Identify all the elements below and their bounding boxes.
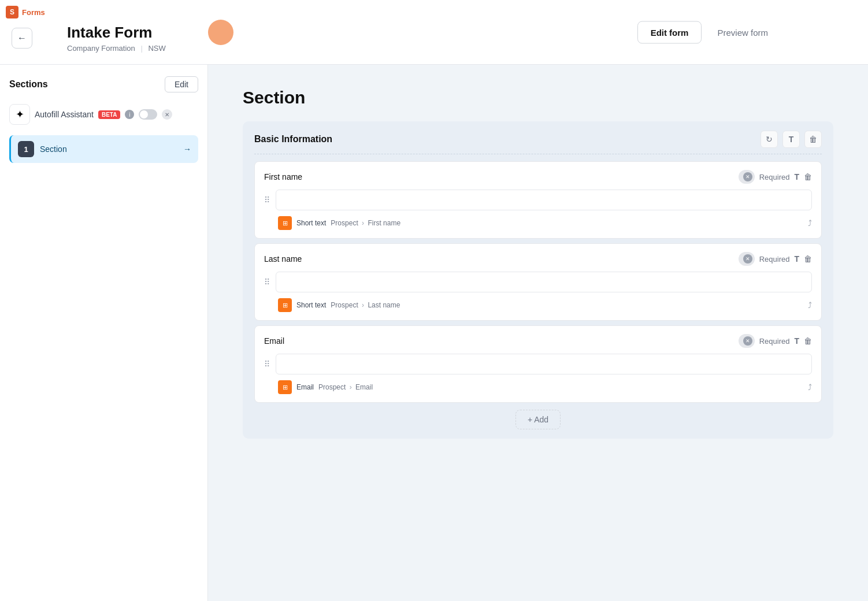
drag-handle-email[interactable]: ⠿ bbox=[264, 359, 270, 369]
autofill-icon: ✦ bbox=[9, 104, 30, 125]
meta-path-last-name: Prospect › Last name bbox=[331, 301, 400, 309]
meta-path-first-name: Prospect › First name bbox=[331, 219, 400, 227]
meta-icon-email: ⊞ bbox=[278, 380, 292, 394]
preview-form-button[interactable]: Preview form bbox=[704, 21, 781, 43]
meta-source-email: Prospect bbox=[318, 383, 346, 391]
subsection-basic-info: Basic Information ↻ T 🗑 First name ✕ Req… bbox=[243, 121, 833, 439]
toggle-x-last-name[interactable]: ✕ bbox=[743, 254, 752, 264]
subtitle-company: Company Formation bbox=[67, 44, 135, 53]
subsection-delete-icon[interactable]: 🗑 bbox=[804, 131, 822, 148]
sidebar-header: Sections Edit bbox=[9, 76, 198, 92]
path-chevron-first-name: › bbox=[362, 219, 366, 227]
drag-handle-first-name[interactable]: ⠿ bbox=[264, 195, 270, 205]
field-card-email: Email ✕ Required T 🗑 ⠿ ⊞ bbox=[254, 325, 822, 403]
field-meta-last-name: ⊞ Short text Prospect › Last name ⤴ bbox=[264, 298, 812, 312]
field-top-last-name: Last name ✕ Required T 🗑 bbox=[264, 252, 812, 266]
meta-type-first-name: Short text bbox=[296, 219, 326, 227]
required-toggle-first-name[interactable]: ✕ bbox=[739, 170, 755, 184]
separator: | bbox=[140, 44, 142, 53]
field-controls-first-name: ✕ Required T 🗑 bbox=[739, 170, 812, 184]
avatar bbox=[208, 20, 233, 45]
edit-form-button[interactable]: Edit form bbox=[637, 21, 702, 43]
field-input-row-email: ⠿ bbox=[264, 354, 812, 374]
meta-type-last-name: Short text bbox=[296, 301, 326, 309]
field-controls-last-name: ✕ Required T 🗑 bbox=[739, 252, 812, 266]
sections-label: Sections bbox=[9, 79, 48, 90]
autofill-label: Autofill Assistant bbox=[35, 110, 94, 119]
top-right-buttons: Edit form Preview form bbox=[637, 21, 781, 43]
required-label-email: Required bbox=[759, 337, 790, 346]
required-toggle-last-name[interactable]: ✕ bbox=[739, 252, 755, 266]
autofill-row: ✦ Autofill Assistant BETA i ✕ bbox=[9, 103, 198, 126]
beta-badge: BETA bbox=[98, 110, 120, 119]
text-format-icon-last-name[interactable]: T bbox=[794, 254, 799, 264]
field-input-row-first-name: ⠿ bbox=[264, 190, 812, 210]
autofill-close[interactable]: ✕ bbox=[162, 109, 172, 120]
meta-icon-last-name: ⊞ bbox=[278, 298, 292, 312]
subsection-header: Basic Information ↻ T 🗑 bbox=[254, 131, 822, 154]
drag-handle-last-name[interactable]: ⠿ bbox=[264, 277, 270, 287]
field-label-last-name: Last name bbox=[264, 254, 302, 264]
section-name-label: Section bbox=[40, 144, 177, 154]
field-card-first-name: First name ✕ Required T 🗑 ⠿ ⊞ bbox=[254, 161, 822, 239]
path-chevron-last-name: › bbox=[362, 301, 366, 309]
page-title: Section bbox=[243, 88, 833, 107]
required-toggle-email[interactable]: ✕ bbox=[739, 334, 755, 348]
main-layout: Sections Edit ✦ Autofill Assistant BETA … bbox=[0, 65, 868, 601]
sidebar-edit-button[interactable]: Edit bbox=[165, 76, 198, 92]
delete-icon-last-name[interactable]: 🗑 bbox=[804, 254, 812, 264]
sidebar-item-section[interactable]: 1 Section → bbox=[9, 135, 198, 163]
info-icon[interactable]: i bbox=[125, 110, 134, 119]
app-logo: S Forms bbox=[6, 6, 45, 18]
autofill-toggle[interactable] bbox=[139, 109, 157, 120]
link-icon-last-name[interactable]: ⤴ bbox=[808, 300, 812, 310]
meta-source-first-name: Prospect bbox=[331, 219, 358, 227]
field-label-first-name: First name bbox=[264, 172, 302, 181]
subsection-actions: ↻ T 🗑 bbox=[761, 131, 822, 148]
field-controls-email: ✕ Required T 🗑 bbox=[739, 334, 812, 348]
required-label-last-name: Required bbox=[759, 255, 790, 264]
meta-type-email: Email bbox=[296, 383, 314, 391]
delete-icon-first-name[interactable]: 🗑 bbox=[804, 172, 812, 181]
form-subtitle: Company Formation | NSW bbox=[67, 44, 166, 53]
toggle-x-first-name[interactable]: ✕ bbox=[743, 172, 752, 181]
add-button-row: + Add bbox=[254, 410, 822, 429]
logo-icon: S bbox=[6, 6, 18, 18]
text-format-icon-email[interactable]: T bbox=[794, 336, 799, 346]
back-button[interactable]: ← bbox=[12, 28, 32, 49]
field-meta-first-name: ⊞ Short text Prospect › First name ⤴ bbox=[264, 216, 812, 230]
path-chevron-email: › bbox=[350, 383, 354, 391]
section-arrow-icon: → bbox=[183, 144, 191, 154]
top-bar: S Forms ← Intake Form Company Formation … bbox=[0, 0, 868, 65]
link-icon-email[interactable]: ⤴ bbox=[808, 383, 812, 392]
subtitle-region: NSW bbox=[148, 44, 165, 53]
meta-field-first-name: First name bbox=[368, 219, 400, 227]
email-input[interactable] bbox=[276, 354, 812, 374]
sidebar: Sections Edit ✦ Autofill Assistant BETA … bbox=[0, 65, 208, 601]
subsection-title: Basic Information bbox=[254, 134, 332, 144]
toggle-x-email[interactable]: ✕ bbox=[743, 336, 752, 346]
meta-field-email: Email bbox=[355, 383, 373, 391]
title-group: Intake Form Company Formation | NSW bbox=[67, 24, 166, 53]
field-label-email: Email bbox=[264, 336, 284, 346]
subsection-refresh-icon[interactable]: ↻ bbox=[761, 131, 778, 148]
text-format-icon-first-name[interactable]: T bbox=[794, 172, 799, 181]
link-icon-first-name[interactable]: ⤴ bbox=[808, 218, 812, 228]
subsection-text-icon[interactable]: T bbox=[782, 131, 800, 148]
meta-source-last-name: Prospect bbox=[331, 301, 358, 309]
required-label-first-name: Required bbox=[759, 173, 790, 181]
content-area: Section Basic Information ↻ T 🗑 First na… bbox=[208, 65, 868, 601]
delete-icon-email[interactable]: 🗑 bbox=[804, 336, 812, 346]
form-title: Intake Form bbox=[67, 24, 166, 42]
add-field-button[interactable]: + Add bbox=[515, 410, 561, 429]
first-name-input[interactable] bbox=[276, 190, 812, 210]
meta-icon-first-name: ⊞ bbox=[278, 216, 292, 230]
field-meta-email: ⊞ Email Prospect › Email ⤴ bbox=[264, 380, 812, 394]
meta-field-last-name: Last name bbox=[368, 301, 400, 309]
field-top-first-name: First name ✕ Required T 🗑 bbox=[264, 170, 812, 184]
field-top-email: Email ✕ Required T 🗑 bbox=[264, 334, 812, 348]
meta-path-email: Prospect › Email bbox=[318, 383, 373, 391]
last-name-input[interactable] bbox=[276, 272, 812, 292]
section-number: 1 bbox=[18, 141, 34, 157]
field-input-row-last-name: ⠿ bbox=[264, 272, 812, 292]
